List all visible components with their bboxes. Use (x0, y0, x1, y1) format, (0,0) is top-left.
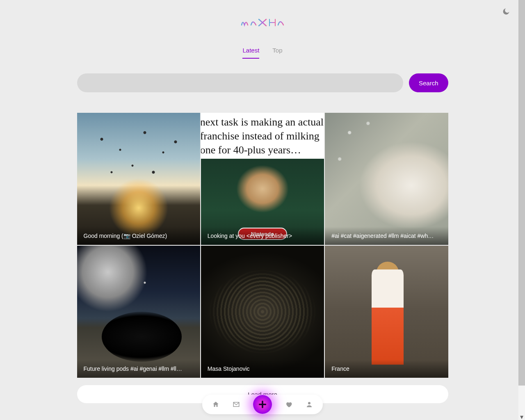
nav-profile[interactable] (306, 401, 313, 408)
tab-top[interactable]: Top (272, 47, 282, 59)
card-caption: Good morning (📷 Oziel Gómez) (77, 227, 200, 245)
search-input[interactable] (77, 73, 403, 92)
card-caption: Future living pods #ai #genai #llm #ll… (77, 360, 200, 378)
user-icon (306, 401, 313, 408)
plus-icon (258, 400, 267, 409)
grid-card[interactable]: next task is making an actual franchise … (201, 113, 324, 245)
home-icon (212, 401, 219, 408)
grid-card[interactable]: Future living pods #ai #genai #llm #ll… (77, 246, 200, 378)
grid-card[interactable]: France (325, 246, 448, 378)
nav-add[interactable] (253, 395, 272, 414)
card-caption: France (325, 360, 448, 378)
feed-tabs: Latest Top (77, 47, 448, 59)
grid-card[interactable]: Good morning (📷 Oziel Gómez) (77, 113, 200, 245)
heart-icon (285, 401, 292, 408)
nav-favorites[interactable] (285, 401, 292, 408)
moon-icon (502, 7, 510, 16)
scrollbar-thumb[interactable] (518, 0, 525, 386)
card-image (325, 246, 448, 378)
nav-home[interactable] (212, 401, 219, 408)
card-caption: Masa Stojanovic (201, 360, 324, 378)
grid-card[interactable]: Masa Stojanovic (201, 246, 324, 378)
svg-point-0 (308, 402, 310, 404)
card-caption: #ai #cat #aigenerated #llm #aicat #wh… (325, 227, 448, 245)
search-row: Search (77, 73, 448, 92)
scroll-down-icon[interactable]: ▾ (518, 413, 525, 420)
search-button[interactable]: Search (409, 73, 448, 92)
meme-text: next task is making an actual franchise … (201, 115, 324, 157)
theme-toggle[interactable] (502, 7, 510, 16)
brand-logo[interactable] (77, 16, 448, 30)
mail-icon (233, 401, 240, 408)
image-grid: Good morning (📷 Oziel Gómez) next task i… (77, 113, 448, 378)
wave-logo-icon (240, 16, 285, 29)
nav-mail[interactable] (233, 401, 240, 408)
card-image (77, 113, 200, 245)
grid-card[interactable]: #ai #cat #aigenerated #llm #aicat #wh… (325, 113, 448, 245)
card-image: next task is making an actual franchise … (201, 113, 324, 245)
bottom-nav (202, 395, 323, 414)
tab-latest[interactable]: Latest (242, 47, 259, 59)
card-image (77, 246, 200, 378)
card-caption: Looking at you <every publisher> (201, 227, 324, 245)
card-image (201, 246, 324, 378)
scrollbar[interactable]: ▴ ▾ (518, 0, 525, 420)
card-image (325, 113, 448, 245)
